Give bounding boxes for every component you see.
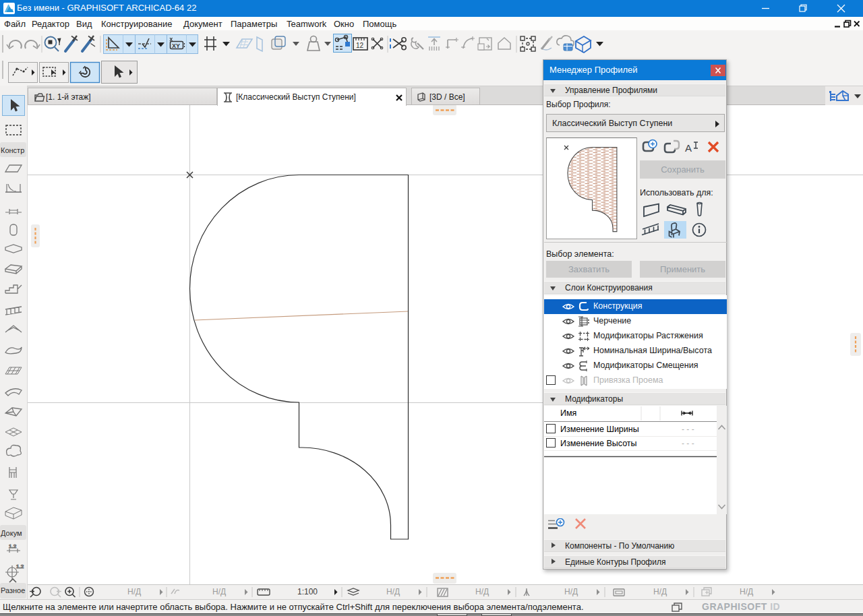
svg-text:Н/Д: Н/Д bbox=[475, 587, 489, 596]
svg-text:Н/Д: Н/Д bbox=[564, 587, 578, 596]
svg-text:Разное: Разное bbox=[1, 586, 25, 594]
svg-text:Н/Д: Н/Д bbox=[127, 587, 141, 596]
svg-text:1:100: 1:100 bbox=[297, 587, 318, 596]
svg-text:Н/Д: Н/Д bbox=[653, 587, 667, 596]
svg-text:XY: XY bbox=[172, 42, 180, 49]
svg-text:A: A bbox=[685, 142, 692, 154]
svg-text:12: 12 bbox=[356, 42, 364, 49]
svg-text:Докум: Докум bbox=[1, 529, 22, 537]
svg-text:1.2: 1.2 bbox=[16, 563, 24, 569]
svg-text:1.2: 1.2 bbox=[9, 543, 17, 549]
svg-text:Н/Д: Н/Д bbox=[386, 587, 400, 596]
svg-text:Н/Д: Н/Д bbox=[740, 587, 753, 596]
svg-text:Н/Д: Н/Д bbox=[212, 587, 226, 596]
svg-text:Констр: Констр bbox=[1, 146, 24, 154]
